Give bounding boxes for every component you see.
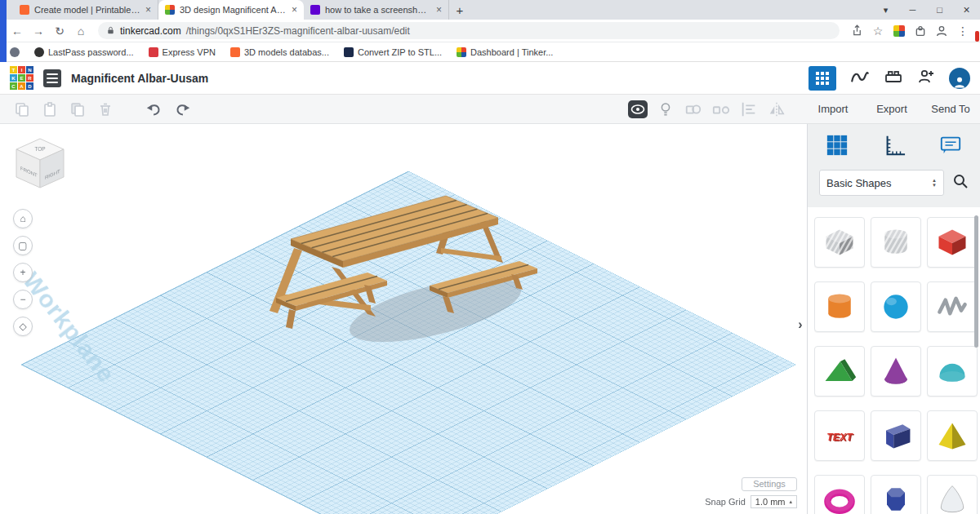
import-button[interactable]: Import xyxy=(804,103,862,115)
3d-viewport[interactable]: Workplane xyxy=(0,124,807,514)
delete-icon[interactable] xyxy=(91,97,119,122)
shape-cylinder-orange[interactable] xyxy=(814,281,865,332)
perspective-toggle-icon[interactable]: ◇ xyxy=(13,317,33,336)
panel-scrollbar[interactable] xyxy=(974,215,978,348)
tab-close-icon[interactable]: × xyxy=(145,5,151,15)
shape-sphere-blue[interactable] xyxy=(871,281,921,332)
extensions-puzzle-icon[interactable] xyxy=(910,21,931,41)
maximize-button[interactable]: □ xyxy=(926,0,953,20)
shape-box-red[interactable] xyxy=(927,217,978,268)
bookmark-item[interactable]: 3D models databas... xyxy=(230,47,329,57)
tab-label: Create model | Printables.com xyxy=(34,5,140,15)
screen: Create model | Printables.com × 3D desig… xyxy=(0,0,980,514)
logo-tile: C xyxy=(10,82,17,90)
bookmark-item[interactable]: Convert ZIP to STL... xyxy=(344,47,442,57)
back-icon[interactable]: ← xyxy=(7,21,28,41)
undo-icon[interactable] xyxy=(140,97,168,122)
shape-pyramid-yellow[interactable] xyxy=(927,410,978,461)
search-shapes-icon[interactable] xyxy=(952,173,969,193)
shape-roof-green[interactable] xyxy=(814,346,865,397)
minimize-button[interactable]: ─ xyxy=(899,0,926,20)
profile-icon[interactable] xyxy=(931,21,952,41)
shape-half-sphere-teal[interactable] xyxy=(927,346,978,397)
logo-tile: R xyxy=(26,74,33,82)
shape-torus-pink[interactable] xyxy=(814,475,865,514)
url-input[interactable]: tinkercad.com/things/0qxS1HEr3ZS-magnifi… xyxy=(98,22,840,39)
tinkercad-logo[interactable]: TINKERCAD xyxy=(10,66,33,90)
shape-category-select[interactable]: Basic Shapes ▲▼ xyxy=(819,170,944,196)
forward-icon[interactable]: → xyxy=(28,21,49,41)
lightbulb-icon[interactable] xyxy=(652,97,679,122)
viewcube-top-label[interactable]: TOP xyxy=(34,146,45,152)
bookmarks-bar: LastPass password...Express VPN3D models… xyxy=(0,42,980,62)
select-caret-icon: ▲▼ xyxy=(932,178,937,188)
new-tab-button[interactable]: + xyxy=(449,0,470,20)
shape-box-transparent[interactable] xyxy=(814,217,865,268)
tab-close-icon[interactable]: × xyxy=(292,5,297,15)
url-domain: tinkercad.com xyxy=(120,25,181,37)
bookmark-item[interactable]: LastPass password... xyxy=(34,47,134,57)
snap-grid-select[interactable]: 1.0 mm ▴ xyxy=(751,495,797,508)
align-icon[interactable] xyxy=(735,97,763,122)
shape-cone-purple[interactable] xyxy=(871,346,921,397)
shape-polygon-blue[interactable] xyxy=(871,475,921,514)
duplicate-icon[interactable] xyxy=(64,97,91,122)
bookmark-item[interactable]: Express VPN xyxy=(149,47,216,57)
copy-icon[interactable] xyxy=(8,97,36,122)
design-title[interactable]: Magnificent Albar-Uusam xyxy=(71,72,208,85)
extension-site-icon[interactable] xyxy=(889,21,910,41)
ungroup-icon[interactable] xyxy=(707,97,735,122)
notes-tool-icon[interactable] xyxy=(939,134,962,160)
bookmark-favicon xyxy=(34,47,44,57)
3d-design-mode-icon[interactable] xyxy=(849,66,871,91)
home-icon[interactable]: ⌂ xyxy=(70,21,91,41)
bookmark-favicon xyxy=(230,47,240,57)
design-menu-icon[interactable] xyxy=(43,69,61,87)
view-cube[interactable]: TOP FRONT RIGHT xyxy=(10,134,70,194)
bookmark-item[interactable]: Dashboard | Tinker... xyxy=(457,47,553,57)
fit-view-icon[interactable]: ▢ xyxy=(13,236,33,255)
main-area: Workplane xyxy=(0,124,980,514)
snap-grid-value: 1.0 mm xyxy=(755,497,786,507)
shape-text-red[interactable]: TEXTTEXT xyxy=(814,410,865,461)
snap-grid-label: Snap Grid xyxy=(705,497,746,507)
settings-button[interactable]: Settings xyxy=(742,477,797,491)
user-avatar[interactable] xyxy=(949,68,970,89)
tab-printables[interactable]: Create model | Printables.com × xyxy=(13,0,158,20)
favorite-star-icon[interactable]: ☆ xyxy=(867,21,889,41)
picnic-table-model[interactable] xyxy=(260,189,554,361)
tab-tinkercad-design[interactable]: 3D design Magnificent Albar-Uu... × xyxy=(158,0,304,20)
ruler-tool-icon[interactable] xyxy=(883,134,906,160)
close-button[interactable]: × xyxy=(953,0,980,20)
send-to-button[interactable]: Send To xyxy=(921,103,980,115)
shape-wedge-navy[interactable] xyxy=(871,410,921,461)
panel-collapse-icon[interactable]: › xyxy=(794,312,807,338)
dashboard-grid-button[interactable] xyxy=(808,66,836,91)
tab-close-icon[interactable]: × xyxy=(436,5,442,15)
group-icon[interactable] xyxy=(679,97,707,122)
invite-person-icon[interactable] xyxy=(916,67,936,90)
snap-grid-row: Snap Grid 1.0 mm ▴ xyxy=(705,495,797,508)
category-value: Basic Shapes xyxy=(826,177,892,189)
bookmark-item[interactable] xyxy=(10,47,20,57)
workplane-tool-icon[interactable] xyxy=(826,134,849,160)
bricks-mode-icon[interactable] xyxy=(884,67,903,90)
logo-tile: N xyxy=(26,66,33,73)
shape-paraboloid-white[interactable] xyxy=(927,475,978,514)
reload-icon[interactable]: ↻ xyxy=(49,21,70,41)
tab-yahoo-search[interactable]: how to take a screenshot - Yaho... × xyxy=(304,0,449,20)
mirror-icon[interactable] xyxy=(763,97,791,122)
zoom-out-icon[interactable]: − xyxy=(13,290,33,309)
shape-scribble-gray[interactable] xyxy=(927,281,978,332)
zoom-in-icon[interactable]: + xyxy=(13,263,33,282)
shape-grid: TEXTTEXT xyxy=(808,207,980,514)
tab-search-icon[interactable]: ▾ xyxy=(872,0,899,20)
export-button[interactable]: Export xyxy=(862,103,921,115)
paste-icon[interactable] xyxy=(36,97,64,122)
redo-icon[interactable] xyxy=(168,97,196,122)
browser-menu-icon[interactable]: ⋮ xyxy=(952,21,973,41)
shape-cylinder-transparent[interactable] xyxy=(871,217,921,268)
show-all-icon[interactable] xyxy=(624,97,652,122)
home-view-icon[interactable]: ⌂ xyxy=(13,209,33,228)
share-icon[interactable] xyxy=(846,21,867,41)
